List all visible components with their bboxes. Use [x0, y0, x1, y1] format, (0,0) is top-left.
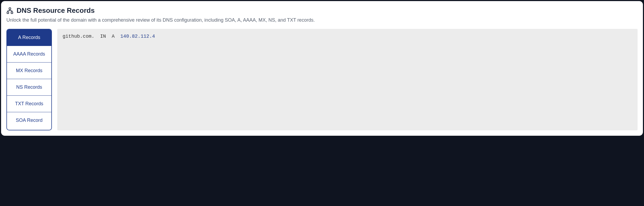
tab-label: SOA Record — [16, 118, 43, 123]
record-value-link[interactable]: 140.82.112.4 — [120, 34, 155, 39]
content-row: A Records AAAA Records MX Records NS Rec… — [6, 29, 638, 130]
tab-mx-records[interactable]: MX Records — [7, 63, 51, 79]
panel-title: DNS Resource Records — [17, 6, 95, 15]
tab-label: A Records — [18, 35, 40, 40]
tab-a-records[interactable]: A Records — [7, 29, 51, 46]
tab-label: TXT Records — [15, 101, 43, 106]
tab-soa-record[interactable]: SOA Record — [7, 112, 51, 129]
tab-aaaa-records[interactable]: AAAA Records — [7, 46, 51, 63]
tab-txt-records[interactable]: TXT Records — [7, 96, 51, 112]
tab-label: AAAA Records — [13, 51, 45, 57]
panel-header: DNS Resource Records — [6, 6, 638, 15]
dns-records-panel: DNS Resource Records Unlock the full pot… — [1, 1, 643, 136]
tab-label: MX Records — [16, 68, 42, 73]
record-prefix: github.com. IN A — [63, 34, 120, 39]
panel-subtitle: Unlock the full potential of the domain … — [6, 17, 638, 23]
sitemap-icon — [6, 7, 13, 14]
tab-ns-records[interactable]: NS Records — [7, 79, 51, 96]
record-type-tabs: A Records AAAA Records MX Records NS Rec… — [6, 29, 52, 130]
record-output: github.com. IN A 140.82.112.4 — [57, 29, 638, 130]
tab-label: NS Records — [16, 84, 42, 90]
